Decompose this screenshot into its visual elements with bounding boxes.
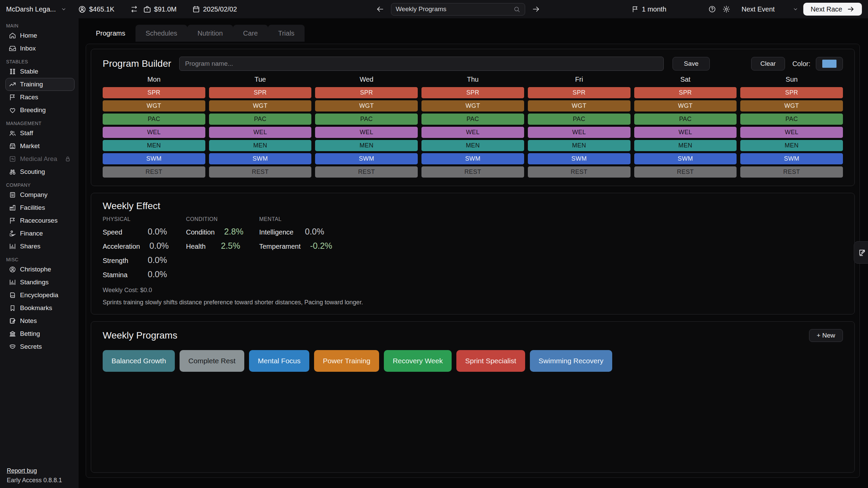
sidebar-item-racecourses[interactable]: Racecourses xyxy=(5,214,75,227)
training-slot-men-wed[interactable]: MEN xyxy=(315,140,418,151)
training-slot-wgt-mon[interactable]: WGT xyxy=(103,100,205,111)
save-button[interactable]: Save xyxy=(673,57,710,70)
sidebar-item-secrets[interactable]: Secrets xyxy=(5,340,75,353)
training-slot-wgt-tue[interactable]: WGT xyxy=(209,100,312,111)
sidebar-item-christophe[interactable]: Christophe xyxy=(5,263,75,276)
training-slot-swm-sun[interactable]: SWM xyxy=(740,153,843,164)
training-slot-men-mon[interactable]: MEN xyxy=(103,140,205,151)
sidebar-item-betting[interactable]: Betting xyxy=(5,327,75,340)
notes-panel-toggle[interactable] xyxy=(854,241,868,264)
training-slot-pac-sat[interactable]: PAC xyxy=(634,114,737,125)
training-slot-wgt-sat[interactable]: WGT xyxy=(634,100,737,111)
training-slot-wel-mon[interactable]: WEL xyxy=(103,127,205,138)
report-bug-link[interactable]: Report bug xyxy=(7,467,37,474)
training-slot-men-sun[interactable]: MEN xyxy=(740,140,843,151)
help-button[interactable] xyxy=(707,4,717,14)
sidebar-item-home[interactable]: Home xyxy=(5,29,75,42)
training-slot-swm-tue[interactable]: SWM xyxy=(209,153,312,164)
tab-schedules[interactable]: Schedules xyxy=(136,25,187,42)
sidebar-item-notes[interactable]: Notes xyxy=(5,314,75,327)
color-picker-button[interactable] xyxy=(816,57,843,70)
training-slot-pac-thu[interactable]: PAC xyxy=(421,114,524,125)
sidebar-item-scouting[interactable]: Scouting xyxy=(5,165,75,178)
training-slot-swm-thu[interactable]: SWM xyxy=(421,153,524,164)
cash-value: $465.1K xyxy=(89,5,115,13)
training-slot-wel-sun[interactable]: WEL xyxy=(740,127,843,138)
book-icon xyxy=(9,291,16,299)
program-recovery-week[interactable]: Recovery Week xyxy=(384,350,452,372)
training-slot-spr-sat[interactable]: SPR xyxy=(634,87,737,98)
training-slot-spr-tue[interactable]: SPR xyxy=(209,87,312,98)
training-slot-rest-wed[interactable]: REST xyxy=(315,166,418,178)
tab-programs[interactable]: Programs xyxy=(86,25,136,42)
training-slot-wel-thu[interactable]: WEL xyxy=(421,127,524,138)
swap-arrows-icon[interactable] xyxy=(130,5,138,13)
sidebar-item-stable[interactable]: Stable xyxy=(5,65,75,78)
training-slot-wgt-wed[interactable]: WGT xyxy=(315,100,418,111)
nav-back-button[interactable] xyxy=(375,4,386,15)
training-slot-men-sat[interactable]: MEN xyxy=(634,140,737,151)
training-slot-swm-fri[interactable]: SWM xyxy=(528,153,631,164)
sidebar-item-finance[interactable]: Finance xyxy=(5,227,75,240)
training-slot-swm-wed[interactable]: SWM xyxy=(315,153,418,164)
program-sprint-specialist[interactable]: Sprint Specialist xyxy=(456,350,525,372)
tab-trials[interactable]: Trials xyxy=(268,25,305,42)
sidebar-item-staff[interactable]: Staff xyxy=(5,127,75,140)
sidebar-item-bookmarks[interactable]: Bookmarks xyxy=(5,302,75,314)
program-complete-rest[interactable]: Complete Rest xyxy=(180,350,244,372)
training-slot-swm-mon[interactable]: SWM xyxy=(103,153,205,164)
training-slot-spr-wed[interactable]: SPR xyxy=(315,87,418,98)
next-race-button[interactable]: Next Race xyxy=(803,3,862,16)
sidebar-item-facilities[interactable]: Facilities xyxy=(5,201,75,214)
training-slot-wgt-sun[interactable]: WGT xyxy=(740,100,843,111)
training-slot-wel-fri[interactable]: WEL xyxy=(528,127,631,138)
training-slot-men-tue[interactable]: MEN xyxy=(209,140,312,151)
tab-care[interactable]: Care xyxy=(233,25,268,42)
training-slot-spr-mon[interactable]: SPR xyxy=(103,87,205,98)
training-slot-pac-mon[interactable]: PAC xyxy=(103,114,205,125)
training-slot-rest-fri[interactable]: REST xyxy=(528,166,631,178)
training-slot-wgt-thu[interactable]: WGT xyxy=(421,100,524,111)
sidebar-item-market[interactable]: Market xyxy=(5,140,75,152)
stable-switcher[interactable]: McDarsh Lega... xyxy=(6,5,78,13)
program-swimming-recovery[interactable]: Swimming Recovery xyxy=(530,350,612,372)
training-slot-wel-tue[interactable]: WEL xyxy=(209,127,312,138)
sidebar-item-shares[interactable]: Shares xyxy=(5,240,75,253)
training-slot-spr-sun[interactable]: SPR xyxy=(740,87,843,98)
training-slot-pac-fri[interactable]: PAC xyxy=(528,114,631,125)
training-slot-rest-sun[interactable]: REST xyxy=(740,166,843,178)
training-slot-spr-thu[interactable]: SPR xyxy=(421,87,524,98)
nav-forward-button[interactable] xyxy=(531,4,541,15)
training-slot-wel-wed[interactable]: WEL xyxy=(315,127,418,138)
sidebar-item-encyclopedia[interactable]: Encyclopedia xyxy=(5,289,75,302)
sidebar-item-training[interactable]: Training xyxy=(5,78,75,91)
training-slot-pac-sun[interactable]: PAC xyxy=(740,114,843,125)
sidebar-item-standings[interactable]: Standings xyxy=(5,276,75,289)
new-program-button[interactable]: + New xyxy=(809,329,843,342)
training-slot-spr-fri[interactable]: SPR xyxy=(528,87,631,98)
training-slot-men-thu[interactable]: MEN xyxy=(421,140,524,151)
training-slot-pac-wed[interactable]: PAC xyxy=(315,114,418,125)
program-balanced-growth[interactable]: Balanced Growth xyxy=(103,350,175,372)
clear-button[interactable]: Clear xyxy=(751,57,785,70)
sidebar-item-company[interactable]: Company xyxy=(5,188,75,201)
training-slot-rest-thu[interactable]: REST xyxy=(421,166,524,178)
tab-nutrition[interactable]: Nutrition xyxy=(187,25,233,42)
training-slot-men-fri[interactable]: MEN xyxy=(528,140,631,151)
sidebar-item-races[interactable]: Races xyxy=(5,91,75,104)
training-slot-swm-sat[interactable]: SWM xyxy=(634,153,737,164)
next-event-dropdown[interactable]: Next Event xyxy=(742,5,799,13)
training-slot-rest-mon[interactable]: REST xyxy=(103,166,205,178)
settings-gear-button[interactable] xyxy=(721,4,731,14)
training-slot-pac-tue[interactable]: PAC xyxy=(209,114,312,125)
program-name-input[interactable] xyxy=(179,57,664,71)
sidebar-item-inbox[interactable]: Inbox xyxy=(5,42,75,55)
program-mental-focus[interactable]: Mental Focus xyxy=(249,350,309,372)
sidebar-item-breeding[interactable]: Breeding xyxy=(5,104,75,117)
program-power-training[interactable]: Power Training xyxy=(314,350,379,372)
training-slot-rest-tue[interactable]: REST xyxy=(209,166,312,178)
training-slot-rest-sat[interactable]: REST xyxy=(634,166,737,178)
training-slot-wel-sat[interactable]: WEL xyxy=(634,127,737,138)
training-slot-wgt-fri[interactable]: WGT xyxy=(528,100,631,111)
search-input[interactable] xyxy=(396,5,513,13)
